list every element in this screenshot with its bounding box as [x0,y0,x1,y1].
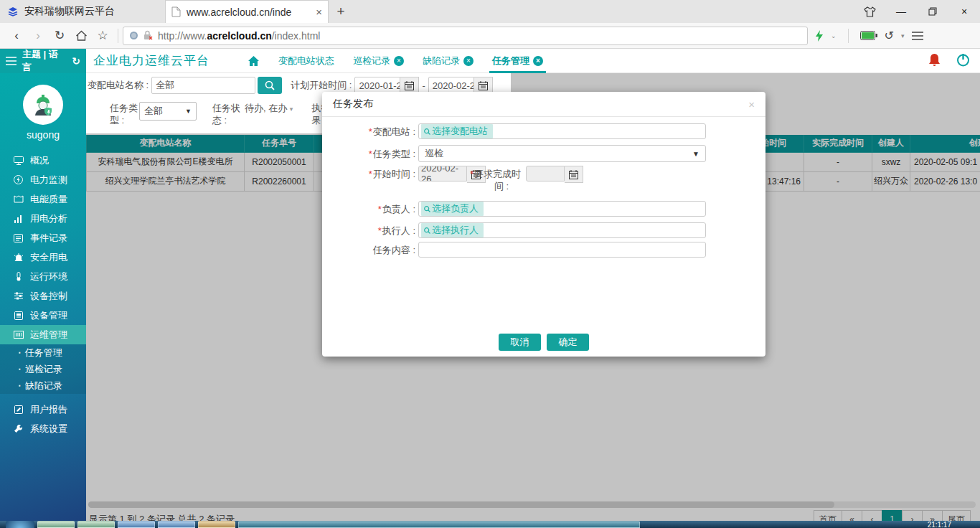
sidebar-item-device-control[interactable]: 设备控制 [0,286,86,306]
executor-chip[interactable]: 选择执行人 [421,223,484,237]
sidebar-subitem-inspection-records[interactable]: ▪巡检记录 [0,361,86,377]
extensions-caret-icon[interactable]: ⌄ [831,32,837,39]
taskbar-app-button[interactable] [158,521,195,528]
theme-language-block[interactable]: 主题 | 语言 ↻ [0,49,86,73]
modal-title: 任务发布 [333,98,373,110]
favorites-star-button[interactable]: ☆ [92,26,113,46]
cancel-button[interactable]: 取消 [499,334,541,351]
magnifier-icon [424,227,430,234]
start-date-input[interactable]: 2020-02-26 [418,166,467,182]
task-status-select[interactable]: 待办, 在办 ▾ [245,102,293,115]
windows-taskbar: 21:1:17 [0,521,980,528]
undo-caret-icon[interactable]: ▾ [901,32,905,39]
restore-button[interactable] [917,0,948,23]
device-management-icon [13,311,24,320]
browser-menu-icon[interactable] [911,31,924,41]
address-bar[interactable]: http://www.acrelcloud.cn/index.html [123,27,808,45]
sidebar-item-device-management[interactable]: 设备管理 [0,306,86,325]
new-tab-button[interactable]: + [329,0,353,23]
owner-field-label: *负责人 : [325,203,415,215]
modal-close-icon[interactable]: × [748,98,755,110]
sidebar-item-event-records[interactable]: 事件记录 [0,228,86,248]
notification-bell-icon[interactable] [928,53,941,67]
refresh-button[interactable]: ↻ [49,26,70,46]
reader-mode-icon[interactable] [130,32,138,39]
tab-task-management[interactable]: 任务管理× [492,49,543,73]
select-caret-icon: ▾ [290,105,293,113]
search-button[interactable] [258,77,282,94]
plan-start-label: 计划开始时间 : [291,79,352,92]
battery-icon[interactable] [860,31,877,40]
sidebar-item-overview[interactable]: 概况 [0,151,86,170]
sidebar-item-power-quality[interactable]: 电能质量 [0,189,86,209]
home-button[interactable] [70,26,92,46]
confirm-button[interactable]: 确定 [547,334,589,351]
forward-button[interactable]: › [27,26,49,46]
sidebar-item-operating-environment[interactable]: 运行环境 [0,267,86,286]
taskbar-app-button[interactable] [198,521,235,528]
username: sugong [0,129,86,141]
station-filter-label: 变配电站名称 : [88,79,149,92]
minimize-button[interactable]: — [885,0,917,23]
taskbar-app-button[interactable] [37,521,75,528]
browser-theme-icon[interactable] [854,0,885,23]
insecure-lock-icon [143,30,153,41]
header-refresh-icon[interactable]: ↻ [72,55,80,67]
home-tab-icon[interactable] [248,55,260,67]
task-type-select[interactable]: 全部▼ [139,102,197,121]
settings-wrench-icon [13,424,24,433]
type-field-label: *任务类型 : [325,148,415,160]
taskbar-active-window-button[interactable] [238,521,640,528]
task-status-label: 任务状态 : [212,102,240,126]
alarm-icon [13,253,24,262]
sidebar-item-user-report[interactable]: 用户报告 [0,400,86,419]
sidebar-item-power-monitoring[interactable]: 电力监测 [0,170,86,189]
bullet-icon: ▪ [19,366,21,372]
pinned-tab-title: 安科瑞物联网云平台 [24,5,115,18]
browser-tab-pinned[interactable]: 安科瑞物联网云平台 [0,0,165,23]
sidebar-menu-icon[interactable] [6,57,17,65]
select-caret-icon: ▼ [185,108,192,115]
content-field-input[interactable] [418,242,706,258]
sidebar-subitem-task-management[interactable]: ▪任务管理 [0,344,86,361]
bullet-icon: ▪ [19,382,21,389]
taskbar-app-button[interactable] [118,521,155,528]
station-chip[interactable]: 选择变配电站 [421,124,493,138]
required-finish-input[interactable] [526,166,565,182]
tab-inspection-records[interactable]: 巡检记录× [353,49,404,73]
browser-tab-active[interactable]: www.acrelcloud.cn/inde × [165,0,329,23]
back-button[interactable]: ‹ [6,26,27,46]
owner-chip[interactable]: 选择负责人 [421,202,484,216]
sidebar-subitem-defect-records[interactable]: ▪缺陷记录 [0,377,86,394]
power-quality-icon [13,195,24,203]
required-finish-label: *要求完成时间 : [470,168,526,192]
theme-language-label[interactable]: 主题 | 语言 [22,48,66,74]
taskbar-app-button[interactable] [77,521,115,528]
logout-power-icon[interactable] [956,53,970,67]
calendar-icon[interactable] [565,166,583,183]
magnifier-icon [424,206,430,212]
undo-icon[interactable]: ↺ [885,29,894,42]
start-button[interactable] [6,521,34,528]
station-field-input[interactable]: 选择变配电站 [418,123,706,139]
extension-bolt-icon[interactable] [815,30,824,42]
tab-close-icon[interactable]: × [463,56,473,66]
sidebar-item-om-management[interactable]: 运维管理 [0,325,86,344]
executor-field-input[interactable]: 选择执行人 [418,222,706,238]
sidebar-item-electricity-analysis[interactable]: 用电分析 [0,209,86,228]
tab-defect-records[interactable]: 缺陷记录× [423,49,473,73]
start-field-label: *开始时间 : [325,168,415,180]
tab-close-icon[interactable]: × [316,6,322,18]
sidebar-item-safe-electricity[interactable]: 安全用电 [0,248,86,267]
bullet-icon: ▪ [19,349,21,356]
station-filter-input[interactable]: 全部 [151,77,255,94]
analysis-chart-icon [13,214,24,223]
owner-field-input[interactable]: 选择负责人 [418,201,706,217]
type-field-select[interactable]: 巡检▼ [418,145,706,162]
close-button[interactable]: × [948,0,980,23]
sidebar-item-system-settings[interactable]: 系统设置 [0,419,86,438]
tab-station-status[interactable]: 变配电站状态 [278,49,334,73]
tab-close-icon[interactable]: × [394,56,404,66]
event-records-icon [13,234,24,242]
tab-close-icon[interactable]: × [533,56,543,66]
